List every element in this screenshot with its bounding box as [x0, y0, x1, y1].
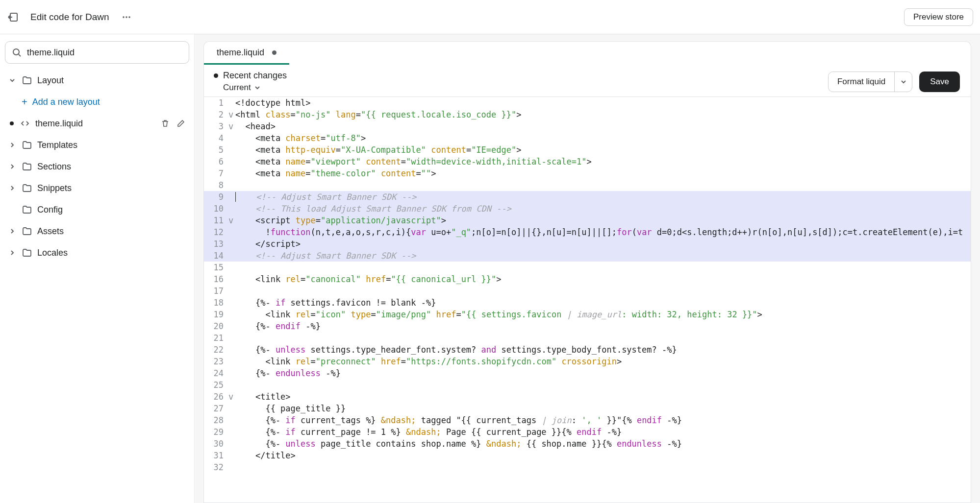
exit-button[interactable] [7, 11, 20, 24]
line-number: 21 [204, 332, 227, 344]
preview-store-button[interactable]: Preview store [904, 8, 973, 26]
code-line[interactable]: 20 {%- endif -%} [204, 320, 971, 332]
code-line[interactable]: 32 [204, 461, 971, 473]
version-selector[interactable]: Current [214, 83, 287, 93]
folder-icon [22, 162, 32, 171]
code-text[interactable] [234, 285, 971, 297]
line-number: 7 [204, 168, 227, 179]
code-text[interactable]: {%- endif -%} [234, 320, 971, 332]
code-text[interactable]: {%- if current_page != 1 %} &ndash; Page… [234, 426, 971, 438]
code-text[interactable] [234, 332, 971, 344]
code-line[interactable]: 17 [204, 285, 971, 297]
code-line[interactable]: 18 {%- if settings.favicon != blank -%} [204, 297, 971, 309]
code-line[interactable]: 13 </script> [204, 238, 971, 250]
code-line[interactable]: 24 {%- endunless -%} [204, 367, 971, 379]
save-button[interactable]: Save [919, 72, 960, 92]
exit-icon [7, 11, 19, 23]
code-text[interactable]: !function(n,t,e,a,o,s,r,c,i){var u=o+"_q… [234, 226, 971, 238]
code-text[interactable]: <meta http-equiv="X-UA-Compatible" conte… [234, 144, 971, 156]
code-line[interactable]: 28 {%- if current_tags %} &ndash; tagged… [204, 414, 971, 426]
code-line[interactable]: 29 {%- if current_page != 1 %} &ndash; P… [204, 426, 971, 438]
format-liquid-dropdown[interactable] [894, 72, 912, 92]
code-line[interactable]: 2v<html class="no-js" lang="{{ request.l… [204, 109, 971, 120]
code-line[interactable]: 21 [204, 332, 971, 344]
sidebar-add-layout[interactable]: + Add a new layout [5, 91, 189, 113]
sidebar-group-config[interactable]: Config [5, 199, 189, 220]
code-line[interactable]: 3v <head> [204, 120, 971, 132]
format-liquid-label[interactable]: Format liquid [829, 72, 894, 92]
sidebar-group-layout[interactable]: Layout [5, 70, 189, 91]
fold-marker[interactable]: v [227, 120, 234, 132]
fold-marker[interactable]: v [227, 215, 234, 226]
file-delete-button[interactable] [160, 118, 171, 129]
code-line[interactable]: 15 [204, 262, 971, 273]
code-text[interactable] [234, 179, 971, 191]
code-text[interactable]: <html class="no-js" lang="{{ request.loc… [234, 109, 971, 120]
code-line[interactable]: 19 <link rel="icon" type="image/png" hre… [204, 309, 971, 320]
code-text[interactable]: <script type="application/javascript"> [234, 215, 971, 226]
code-text[interactable]: <link rel="canonical" href="{{ canonical… [234, 273, 971, 285]
code-text[interactable]: <!doctype html> [234, 97, 971, 109]
code-text[interactable]: <link rel="preconnect" href="https://fon… [234, 356, 971, 367]
fold-marker [227, 356, 234, 367]
code-text[interactable]: <link rel="icon" type="image/png" href="… [234, 309, 971, 320]
tab-theme-liquid[interactable]: theme.liquid [204, 42, 289, 65]
code-line[interactable]: 30 {%- unless page_title contains shop.n… [204, 438, 971, 450]
fold-marker[interactable]: v [227, 109, 234, 120]
code-text[interactable] [234, 262, 971, 273]
code-line[interactable]: 7 <meta name="theme-color" content=""> [204, 168, 971, 179]
code-line[interactable]: 11v <script type="application/javascript… [204, 215, 971, 226]
code-line[interactable]: 6 <meta name="viewport" content="width=d… [204, 156, 971, 168]
code-line[interactable]: 27 {{ page_title }} [204, 403, 971, 414]
code-text[interactable]: <head> [234, 120, 971, 132]
code-text[interactable]: <meta name="viewport" content="width=dev… [234, 156, 971, 168]
code-text[interactable]: </title> [234, 450, 971, 461]
code-line[interactable]: 23 <link rel="preconnect" href="https://… [204, 356, 971, 367]
code-text[interactable]: <meta charset="utf-8"> [234, 132, 971, 144]
code-text[interactable]: {%- if settings.favicon != blank -%} [234, 297, 971, 309]
code-line[interactable]: 9 <!-- Adjust Smart Banner SDK --> [204, 191, 971, 203]
search-input[interactable] [5, 41, 189, 64]
code-text[interactable] [234, 461, 971, 473]
code-line[interactable]: 4 <meta charset="utf-8"> [204, 132, 971, 144]
code-line[interactable]: 5 <meta http-equiv="X-UA-Compatible" con… [204, 144, 971, 156]
sidebar-group-templates[interactable]: Templates [5, 134, 189, 156]
sidebar-group-label: Locales [37, 248, 186, 258]
sidebar-group-snippets[interactable]: Snippets [5, 177, 189, 199]
code-line[interactable]: 8 [204, 179, 971, 191]
code-editor[interactable]: 1<!doctype html>2v<html class="no-js" la… [203, 96, 971, 503]
file-rename-button[interactable] [176, 118, 186, 129]
code-line[interactable]: 12 !function(n,t,e,a,o,s,r,c,i){var u=o+… [204, 226, 971, 238]
fold-marker [227, 320, 234, 332]
code-line[interactable]: 1<!doctype html> [204, 97, 971, 109]
code-line[interactable]: 10 <!-- This load Adjust Smart Banner SD… [204, 203, 971, 215]
code-text[interactable]: {{ page_title }} [234, 403, 971, 414]
sidebar-group-assets[interactable]: Assets [5, 220, 189, 242]
code-line[interactable]: 22 {%- unless settings.type_header_font.… [204, 344, 971, 356]
code-text[interactable] [234, 379, 971, 391]
sidebar-group-sections[interactable]: Sections [5, 156, 189, 177]
more-button[interactable] [120, 11, 133, 24]
code-text[interactable]: {%- if current_tags %} &ndash; tagged "{… [234, 414, 971, 426]
line-number: 27 [204, 403, 227, 414]
code-line[interactable]: 25 [204, 379, 971, 391]
fold-marker[interactable]: v [227, 391, 234, 403]
code-text[interactable]: </script> [234, 238, 971, 250]
sidebar-group-locales[interactable]: Locales [5, 242, 189, 263]
code-line[interactable]: 26v <title> [204, 391, 971, 403]
sidebar-file-theme-liquid[interactable]: theme.liquid [5, 113, 189, 134]
fold-marker [227, 250, 234, 262]
code-text[interactable]: {%- unless settings.type_header_font.sys… [234, 344, 971, 356]
code-line[interactable]: 31 </title> [204, 450, 971, 461]
chevron-down-icon [9, 77, 16, 84]
code-text[interactable]: <!-- Adjust Smart Banner SDK --> [234, 250, 971, 262]
code-text[interactable]: {%- endunless -%} [234, 367, 971, 379]
code-line[interactable]: 14 <!-- Adjust Smart Banner SDK --> [204, 250, 971, 262]
code-text[interactable]: <!-- This load Adjust Smart Banner SDK f… [234, 203, 971, 215]
code-text[interactable]: <meta name="theme-color" content=""> [234, 168, 971, 179]
code-text[interactable]: <!-- Adjust Smart Banner SDK --> [234, 191, 971, 203]
code-text[interactable]: <title> [234, 391, 971, 403]
code-line[interactable]: 16 <link rel="canonical" href="{{ canoni… [204, 273, 971, 285]
line-number: 32 [204, 461, 227, 473]
code-text[interactable]: {%- unless page_title contains shop.name… [234, 438, 971, 450]
